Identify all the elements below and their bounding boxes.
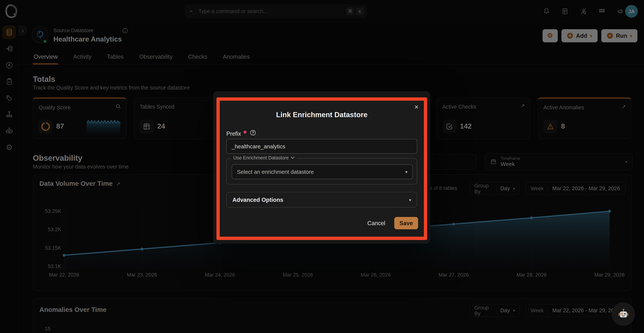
prefix-input[interactable] [226, 139, 418, 154]
chevron-down-icon: ▾ [405, 169, 407, 174]
link-enrichment-modal: × Link Enrichment Datastore Prefix Use E… [216, 97, 427, 240]
select-placeholder: Select an enrichment datastore [237, 169, 406, 175]
chevron-down-icon [291, 157, 294, 159]
robot-icon [616, 307, 630, 321]
close-icon[interactable]: × [414, 103, 418, 111]
prefix-label-row: Prefix [226, 130, 256, 138]
assistant-bot-button[interactable] [612, 302, 635, 326]
modal-footer: Cancel Save [368, 217, 418, 229]
modal-title: Link Enrichment Datastore [220, 111, 424, 119]
cancel-button[interactable]: Cancel [368, 220, 385, 226]
use-enrichment-fieldset: Use Enrichment Datastore Select an enric… [226, 158, 418, 185]
prefix-label: Prefix [226, 130, 241, 137]
chevron-down-icon: ▾ [409, 197, 411, 202]
help-circle-icon[interactable] [250, 130, 256, 138]
fieldset-legend[interactable]: Use Enrichment Datastore [231, 155, 297, 160]
advanced-options-toggle[interactable]: Advanced Options ▾ [226, 192, 418, 208]
app-viewport: >_ ⌘ K JA [0, 0, 644, 333]
required-indicator [244, 130, 246, 133]
save-button[interactable]: Save [394, 217, 418, 229]
advanced-options-label: Advanced Options [232, 196, 409, 203]
enrichment-datastore-select[interactable]: Select an enrichment datastore ▾ [232, 164, 413, 179]
